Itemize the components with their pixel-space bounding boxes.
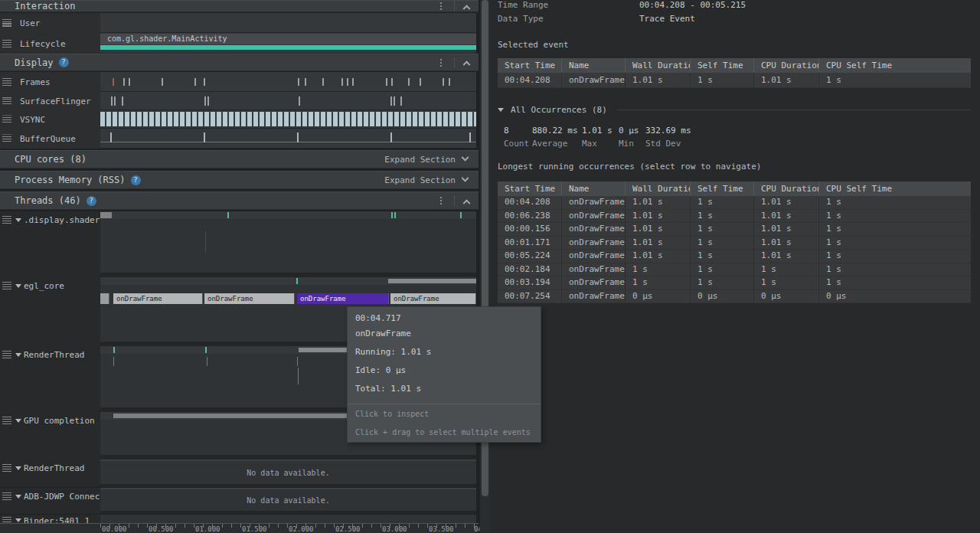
thread-track[interactable] — [100, 211, 476, 277]
col-wall-duration[interactable]: Wall Duration — [625, 58, 690, 73]
trace-event-bar[interactable]: onDrawFrame — [113, 293, 203, 304]
expand-section-button[interactable]: Expand Section — [384, 175, 468, 185]
drag-handle-icon[interactable] — [2, 19, 11, 28]
section-header-interaction[interactable]: Interaction — [0, 0, 479, 12]
thread-track[interactable]: No data available. — [100, 459, 476, 487]
drag-handle-icon[interactable] — [2, 116, 11, 124]
drag-handle-icon[interactable] — [2, 78, 11, 87]
longest-occurrences-table: Start Time Name Wall Duration Self Time … — [498, 181, 971, 303]
drag-handle-icon[interactable] — [2, 417, 11, 425]
frames-track[interactable] — [100, 72, 476, 92]
stat-max: 1.01 sMax — [582, 126, 612, 149]
lifecycle-track[interactable]: com.gl.shader.MainActivity — [100, 33, 476, 54]
section-header-threads[interactable]: Threads (46) ? — [0, 191, 479, 210]
table-row[interactable]: 00:04.208onDrawFrame 1.01 s1 s 1.01 s1 s — [498, 73, 971, 88]
drag-handle-icon[interactable] — [2, 282, 11, 290]
thread-track[interactable] — [100, 515, 476, 523]
table-row[interactable]: 00:06.238onDrawFrame 1.01 s1 s 1.01 s1 s — [498, 210, 971, 224]
col-cpu-duration[interactable]: CPU Duration — [753, 181, 818, 196]
expand-triangle-icon[interactable] — [15, 353, 21, 357]
no-data-message: No data available. — [100, 469, 476, 477]
vertical-scrollbar[interactable] — [480, 0, 490, 533]
drag-handle-icon[interactable] — [2, 517, 11, 523]
lane-surfaceflinger: SurfaceFlinger — [0, 92, 479, 110]
chevron-down-icon — [462, 174, 469, 181]
drag-handle-icon[interactable] — [2, 351, 11, 359]
thread-binder: Binder:5401_1 — [0, 515, 479, 523]
expand-triangle-icon[interactable] — [15, 518, 21, 522]
time-axis[interactable]: 00.000 00.500 01.000 01.500 02.000 02.50… — [0, 523, 479, 533]
expand-triangle-icon[interactable] — [15, 284, 21, 288]
tooltip-total: Total: 1.01 s — [355, 384, 421, 394]
lane-frames: Frames — [0, 72, 479, 92]
user-track[interactable] — [100, 13, 476, 33]
drag-handle-icon[interactable] — [2, 135, 11, 143]
drag-handle-icon[interactable] — [2, 464, 11, 473]
table-row[interactable]: 00:02.184onDrawFrame 1 s1 s 1 s1 s — [498, 263, 971, 277]
col-name[interactable]: Name — [561, 181, 625, 196]
selected-event-title: Selected event — [498, 40, 569, 50]
col-start-time[interactable]: Start Time — [498, 58, 561, 73]
table-row[interactable]: 00:01.171onDrawFrame 1.01 s1 s 1.01 s1 s — [498, 237, 971, 250]
col-wall-duration[interactable]: Wall Duration — [625, 181, 690, 196]
trace-event-bar[interactable]: onDrawFrame — [204, 293, 295, 304]
col-self-time[interactable]: Self Time — [690, 181, 753, 196]
tooltip-hint-inspect: Click to inspect — [355, 410, 429, 418]
table-row[interactable]: 00:00.156onDrawFrame 1.01 s1 s 1.01 s1 s — [498, 223, 971, 237]
section-header-cpu-cores[interactable]: CPU cores (8) Expand Section — [0, 150, 479, 168]
expand-triangle-icon[interactable] — [15, 419, 21, 423]
drag-handle-icon[interactable] — [2, 39, 11, 47]
expand-triangle-icon[interactable] — [15, 466, 21, 470]
trace-event-bar-selected[interactable]: onDrawFrame — [297, 293, 389, 304]
expand-triangle-icon[interactable] — [15, 218, 21, 222]
col-start-time[interactable]: Start Time — [498, 181, 561, 196]
profiler-window: Interaction User Lifecycle com.gl.shader… — [0, 0, 980, 533]
divider — [348, 404, 541, 404]
tooltip-name: onDrawFrame — [355, 329, 411, 338]
table-row[interactable]: 00:07.254onDrawFrame 0 µs0 µs 0 µs0 µs — [498, 290, 971, 304]
lifecycle-event-bar[interactable]: com.gl.shader.MainActivity — [100, 34, 476, 44]
more-options-icon[interactable] — [437, 57, 445, 68]
expand-section-button[interactable]: Expand Section — [384, 155, 468, 165]
thread-track[interactable]: No data available. — [100, 488, 476, 514]
data-type-label: Data Type — [498, 14, 544, 24]
bufferqueue-track[interactable] — [100, 129, 476, 149]
help-icon[interactable]: ? — [131, 175, 141, 185]
data-type-value: Trace Event — [639, 14, 695, 24]
collapse-chevron-icon[interactable] — [463, 60, 471, 68]
help-icon[interactable]: ? — [59, 57, 69, 67]
all-occurrences-toggle[interactable]: All Occurrences (8) — [498, 105, 971, 115]
drag-handle-icon[interactable] — [2, 492, 11, 501]
col-self-time[interactable]: Self Time — [690, 58, 753, 73]
table-row[interactable]: 00:03.194onDrawFrame 1 s1 s 1 s1 s — [498, 276, 971, 290]
stat-count: 8Count — [504, 126, 529, 149]
more-options-icon[interactable] — [437, 195, 445, 206]
vsync-track[interactable] — [100, 110, 476, 129]
trace-event-bar[interactable]: onDrawFrame — [390, 293, 476, 304]
table-row[interactable]: 00:05.224onDrawFrame 1.01 s1 s 1.01 s1 s — [498, 250, 971, 263]
col-cpu-duration[interactable]: CPU Duration — [753, 58, 818, 73]
stat-std-dev: 332.69 msStd Dev — [645, 126, 691, 149]
expand-triangle-icon[interactable] — [15, 495, 21, 499]
collapse-chevron-icon[interactable] — [463, 5, 471, 12]
section-header-process-memory[interactable]: Process Memory (RSS) ? Expand Section — [0, 171, 479, 189]
help-icon[interactable]: ? — [87, 196, 96, 206]
section-header-display[interactable]: Display ? — [0, 54, 479, 71]
section-title: Process Memory (RSS) — [15, 175, 126, 185]
col-cpu-self-time[interactable]: CPU Self Time — [818, 181, 971, 196]
thread-name: ADB-JDWP Connec — [24, 492, 100, 502]
all-occurrences-title: All Occurrences (8) — [511, 105, 607, 115]
tooltip-hint-drag: Click + drag to select multiple events — [355, 428, 531, 437]
section-title: Threads (46) — [15, 195, 81, 206]
table-row[interactable]: 00:04.208onDrawFrame 1.01 s1 s 1.01 s1 s — [498, 196, 971, 210]
more-options-icon[interactable] — [437, 1, 445, 11]
divider — [454, 58, 455, 67]
col-name[interactable]: Name — [561, 58, 625, 73]
thread-name: Binder:5401_1 — [24, 516, 90, 523]
surfaceflinger-track[interactable] — [100, 92, 476, 110]
col-cpu-self-time[interactable]: CPU Self Time — [818, 58, 971, 73]
drag-handle-icon[interactable] — [2, 97, 11, 106]
drag-handle-icon[interactable] — [2, 216, 11, 224]
lifecycle-activity-bar[interactable] — [100, 45, 476, 50]
collapse-chevron-icon[interactable] — [463, 199, 471, 207]
